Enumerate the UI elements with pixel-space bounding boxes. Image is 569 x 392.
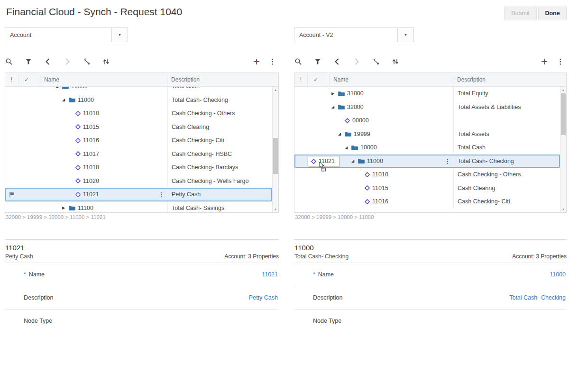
search-icon[interactable] <box>294 57 303 66</box>
expand-all-icon-glyph <box>353 58 360 65</box>
tree-row-10000[interactable]: ◢10000Total Cash <box>294 141 560 155</box>
tree-row-11015[interactable]: 11015Cash Clearing <box>5 120 272 134</box>
property-value[interactable]: 11021 <box>262 271 279 278</box>
tree-collapse-toggle[interactable]: ◢ <box>62 98 69 102</box>
tree-row-32000[interactable]: ◢32000Total Assets & Liabilities <box>294 100 560 114</box>
left-detail-summary: Account: 3 Properties <box>224 253 279 260</box>
search-icon-glyph <box>5 58 13 65</box>
scroll-down-button[interactable]: ▼ <box>560 206 566 212</box>
tree-row-11015[interactable]: 11015Cash Clearing <box>294 182 560 195</box>
right-detail-code: 11000 <box>294 244 567 252</box>
node-description: Cash Clearing <box>453 182 560 195</box>
filter-icon-glyph <box>25 58 32 65</box>
folder-icon <box>338 91 345 96</box>
submit-button[interactable]: Submit <box>504 6 537 20</box>
column-header-alert[interactable]: ! <box>294 73 308 86</box>
vertical-scrollbar[interactable]: ▲▼ <box>272 87 278 212</box>
node-description: Cash Checking- Citi <box>453 195 560 209</box>
tree-expand-toggle[interactable]: ▶ <box>62 206 69 210</box>
expand-all-icon[interactable] <box>352 57 361 66</box>
node-description: Cash Checking- Citi <box>167 134 272 147</box>
tree-row-11000[interactable]: ◢11000Total Cash- Checking <box>5 93 272 107</box>
property-value[interactable]: 11000 <box>550 271 567 278</box>
add-node-button[interactable]: + <box>252 57 261 66</box>
sort-icon[interactable] <box>391 57 400 66</box>
tree-expand-toggle[interactable]: ▶ <box>331 91 338 96</box>
scrollbar-thumb[interactable] <box>561 93 566 135</box>
left-viewpoint-value: Account <box>5 32 111 38</box>
node-description: Cash Checking - Others <box>453 168 560 182</box>
column-header-name[interactable]: Name <box>40 73 167 86</box>
right-viewpoint-value: Account - V2 <box>294 32 397 38</box>
node-description: Petty Cash <box>167 188 272 201</box>
tree-row-19999[interactable]: ◢19999Total Assets <box>294 128 560 141</box>
search-icon-glyph <box>294 58 302 65</box>
row-actions-button[interactable]: ⋮ <box>158 191 165 198</box>
search-icon[interactable] <box>5 57 13 66</box>
property-value[interactable]: Total Cash- Checking <box>509 294 567 301</box>
chevron-down-icon[interactable]: ▼ <box>397 28 413 42</box>
node-label: 11016 <box>372 198 388 205</box>
node-link-icon[interactable] <box>83 57 91 66</box>
tree-row-11021[interactable]: 11021⋮Petty Cash <box>5 188 272 201</box>
tree-collapse-toggle[interactable]: ◢ <box>351 159 358 163</box>
tree-row-11000[interactable]: ◢11000⋮Total Cash- Checking11021 <box>294 155 560 168</box>
sort-icon[interactable] <box>102 57 110 66</box>
node-link-icon[interactable] <box>372 57 380 66</box>
tree-row-11100[interactable]: ▶11100Total Cash- Savings <box>5 201 272 213</box>
folder-icon <box>69 97 75 102</box>
column-header-name[interactable]: Name <box>330 73 453 86</box>
more-actions-button[interactable]: ⋮ <box>268 57 277 66</box>
tree-row-11020[interactable]: 11020Cash Checking - Wells Fargo <box>5 174 272 188</box>
scroll-up-button[interactable]: ▲ <box>560 87 566 93</box>
property-value[interactable]: Petty Cash <box>249 294 279 301</box>
tree-collapse-toggle[interactable]: ◢ <box>345 146 351 150</box>
row-actions-button[interactable]: ⋮ <box>444 157 450 164</box>
column-header-alert[interactable]: ! <box>5 73 18 86</box>
filter-icon[interactable] <box>313 57 322 66</box>
right-detail-summary: Account: 3 Properties <box>512 253 567 260</box>
node-label: 11015 <box>83 124 99 130</box>
tree-row-11017[interactable]: 11017Cash Checking- HSBC <box>5 147 272 161</box>
tree-row-00000[interactable]: 00000 <box>294 114 560 128</box>
page-title: Financial Cloud - Synch - Request 1040 <box>6 6 182 18</box>
node-label: 11010 <box>372 171 388 178</box>
collapse-all-icon-glyph <box>333 58 341 65</box>
column-header-check[interactable]: ✓ <box>308 73 330 86</box>
column-header-description[interactable]: Description <box>453 73 566 86</box>
drag-cursor-glyph <box>319 162 326 172</box>
tree-row-11010[interactable]: 11010Cash Checking - Others <box>294 168 560 182</box>
leaf-diamond-icon <box>75 111 81 116</box>
right-viewpoint-select[interactable]: Account - V2 ▼ <box>294 27 414 42</box>
collapse-all-icon[interactable] <box>333 57 341 66</box>
left-viewpoint-select[interactable]: Account ▼ <box>5 27 128 42</box>
scroll-up-button[interactable]: ▲ <box>273 87 278 93</box>
column-header-check[interactable]: ✓ <box>18 73 40 86</box>
node-description: Cash Checking- HSBC <box>167 147 272 161</box>
collapse-all-icon[interactable] <box>44 57 52 66</box>
expand-all-icon[interactable] <box>63 57 72 66</box>
done-button[interactable]: Done <box>538 6 567 20</box>
vertical-scrollbar[interactable]: ▲▼ <box>560 87 566 212</box>
tree-row-10000[interactable]: ◢10000Total Cash <box>5 87 272 93</box>
scrollbar-thumb[interactable] <box>273 138 278 174</box>
tree-collapse-toggle[interactable]: ◢ <box>338 132 345 136</box>
scroll-down-button[interactable]: ▼ <box>273 206 278 212</box>
column-header-description[interactable]: Description <box>167 73 278 86</box>
left-breadcrumb: 32000 > 19999 > 10000 > 11000 > 11021 <box>6 214 106 220</box>
more-actions-button[interactable]: ⋮ <box>556 57 565 66</box>
tree-row-11016[interactable]: 11016Cash Checking- Citi <box>294 195 560 209</box>
tree-row-31000[interactable]: ▶31000Total Equity <box>294 87 560 100</box>
filter-icon[interactable] <box>24 57 33 66</box>
tree-row-11010[interactable]: 11010Cash Checking - Others <box>5 107 272 120</box>
property-row-name: *Name11021 <box>5 263 279 286</box>
tree-row-11016[interactable]: 11016Cash Checking- Citi <box>5 134 272 147</box>
tree-row-11018[interactable]: 11018Cash Checking- Barclays <box>5 161 272 174</box>
left-detail-code: 11021 <box>5 244 279 252</box>
expand-all-icon-glyph <box>64 58 71 65</box>
tree-collapse-toggle[interactable]: ◢ <box>55 87 62 89</box>
add-node-button[interactable]: + <box>540 57 549 66</box>
chevron-down-icon[interactable]: ▼ <box>111 28 128 42</box>
tree-collapse-toggle[interactable]: ◢ <box>331 105 338 109</box>
required-asterisk-icon: * <box>313 271 315 278</box>
